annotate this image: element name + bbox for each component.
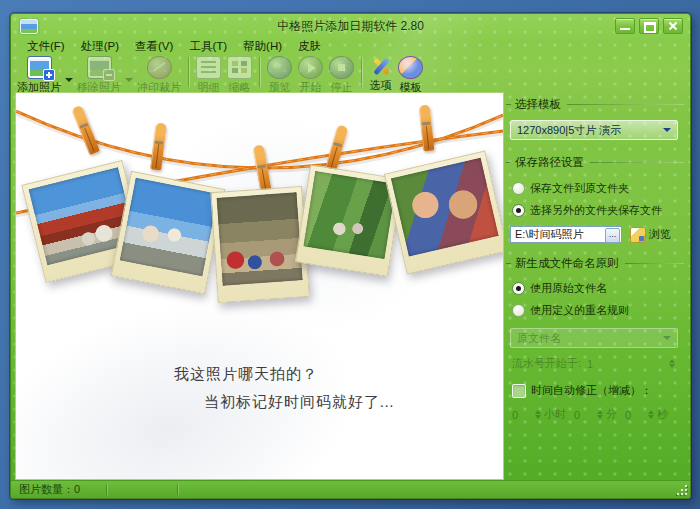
browse-folder-icon [630, 227, 646, 243]
path-ellipsis-button[interactable]: ... [605, 228, 620, 243]
menu-tools[interactable]: 工具(T) [182, 38, 234, 55]
remove-photo-button[interactable]: 移除照片 [74, 55, 124, 95]
template-select[interactable]: 1270x890|5寸片 演示 [510, 120, 678, 140]
time-adjust-row: 时间自动修正（增减）： [512, 383, 684, 398]
save-path-field-wrap: ... [510, 226, 622, 243]
menu-file[interactable]: 文件(F) [20, 38, 72, 55]
photo-count-status: 图片数量：0 [11, 482, 80, 497]
toolbar-separator [188, 57, 189, 87]
thumbnail-view-button[interactable]: 缩略 [224, 55, 255, 95]
chevron-down-icon [663, 336, 671, 344]
preview-canvas: 我这照片哪天拍的？ 当初标记好时间码就好了... [15, 92, 504, 480]
seconds-value: 0 [625, 409, 645, 421]
minutes-value: 0 [574, 409, 594, 421]
serial-start-row: 流水号开始于: 1 [512, 356, 678, 371]
window-controls [615, 18, 683, 34]
toolbar: 添加照片 移除照片 冲印裁片 明细 缩略 [11, 55, 690, 92]
radio-save-original-folder[interactable]: 保存文件到原文件夹 [512, 181, 684, 196]
close-button[interactable] [663, 18, 683, 34]
save-path-section-title: 保存路径设置 [506, 155, 684, 170]
serial-start-label: 流水号开始于: [512, 356, 581, 371]
filename-rule-select[interactable]: 原文件名 [510, 328, 678, 348]
time-adjust-checkbox[interactable] [512, 384, 526, 398]
minutes-spinner[interactable] [597, 407, 603, 422]
stop-button[interactable]: 停止 [326, 55, 357, 95]
photo-sky-group [111, 171, 226, 294]
caption-line-1: 我这照片哪天拍的？ [174, 365, 318, 384]
titlebar[interactable]: 中格照片添加日期软件 2.80 [11, 14, 690, 38]
hours-unit: 小时 [544, 407, 566, 422]
photo-family-closeup [384, 151, 504, 275]
toolbar-separator [361, 57, 362, 87]
stop-icon [329, 56, 354, 79]
photo-rock-group [210, 186, 310, 303]
menu-skin[interactable]: 皮肤 [291, 38, 328, 55]
maximize-icon [644, 22, 656, 33]
maximize-button[interactable] [639, 18, 659, 34]
caption-line-2: 当初标记好时间码就好了... [204, 393, 394, 412]
preview-button[interactable]: 预览 [264, 55, 295, 95]
chevron-down-icon [663, 128, 671, 136]
add-photo-icon [27, 56, 52, 79]
statusbar-divider [106, 484, 107, 495]
resize-grip[interactable] [677, 485, 687, 495]
start-button[interactable]: 开始 [295, 55, 326, 95]
thumbnail-view-icon [227, 56, 252, 79]
hours-value: 0 [512, 409, 532, 421]
options-button[interactable]: 选项 [366, 55, 395, 93]
settings-sidebar: 选择模板 1270x890|5寸片 演示 保存路径设置 保存文件到原文件夹 选择… [506, 92, 684, 476]
radio-save-other-folder[interactable]: 选择另外的文件夹保存文件 [512, 203, 684, 218]
time-adjust-spinners: 0 小时 0 分 0 秒 [512, 407, 678, 422]
options-icon [369, 56, 392, 77]
start-icon [298, 56, 323, 79]
radio-selected-icon [512, 282, 525, 295]
detail-view-icon [196, 56, 221, 79]
preview-icon [267, 56, 292, 79]
radio-icon [512, 304, 525, 317]
seconds-spinner[interactable] [648, 407, 654, 422]
radio-selected-icon [512, 204, 525, 217]
add-photo-dropdown-arrow[interactable] [65, 78, 73, 86]
remove-photo-icon [87, 56, 112, 79]
template-selected-value: 1270x890|5寸片 演示 [517, 123, 621, 138]
template-button[interactable]: 模板 [395, 55, 426, 95]
radio-use-original-name[interactable]: 使用原始文件名 [512, 281, 684, 296]
minutes-unit: 分 [606, 407, 617, 422]
serial-spinner[interactable] [669, 356, 675, 371]
add-photo-button[interactable]: 添加照片 [14, 55, 64, 95]
template-section-title: 选择模板 [506, 97, 684, 112]
serial-start-value: 1 [587, 358, 666, 370]
statusbar: 图片数量：0 [11, 480, 690, 498]
naming-section-title: 新生成文件命名原则 [506, 256, 684, 271]
time-adjust-label: 时间自动修正（增减）： [531, 383, 652, 398]
save-path-row: ... 浏览 [510, 226, 678, 243]
menu-help[interactable]: 帮助(H) [236, 38, 289, 55]
desktop: 中格照片添加日期软件 2.80 文件(F) 处理(P) 查看(V) 工具(T) … [0, 0, 700, 509]
detail-view-button[interactable]: 明细 [193, 55, 224, 95]
toolbar-separator [259, 57, 260, 87]
remove-photo-dropdown-arrow[interactable] [125, 78, 133, 86]
browse-button[interactable]: 浏览 [649, 227, 671, 242]
app-window: 中格照片添加日期软件 2.80 文件(F) 处理(P) 查看(V) 工具(T) … [10, 13, 691, 499]
radio-icon [512, 182, 525, 195]
minimize-icon [620, 28, 630, 30]
menu-process[interactable]: 处理(P) [74, 38, 126, 55]
statusbar-divider [177, 484, 178, 495]
window-title: 中格照片添加日期软件 2.80 [11, 18, 690, 35]
seconds-unit: 秒 [657, 407, 668, 422]
minimize-button[interactable] [615, 18, 635, 34]
menubar: 文件(F) 处理(P) 查看(V) 工具(T) 帮助(H) 皮肤 [11, 38, 690, 55]
radio-use-custom-rule[interactable]: 使用定义的重名规则 [512, 303, 684, 318]
hours-spinner[interactable] [535, 407, 541, 422]
print-crop-icon [147, 56, 172, 79]
print-crop-button[interactable]: 冲印裁片 [134, 55, 184, 95]
template-icon [398, 56, 423, 79]
menu-view[interactable]: 查看(V) [128, 38, 180, 55]
